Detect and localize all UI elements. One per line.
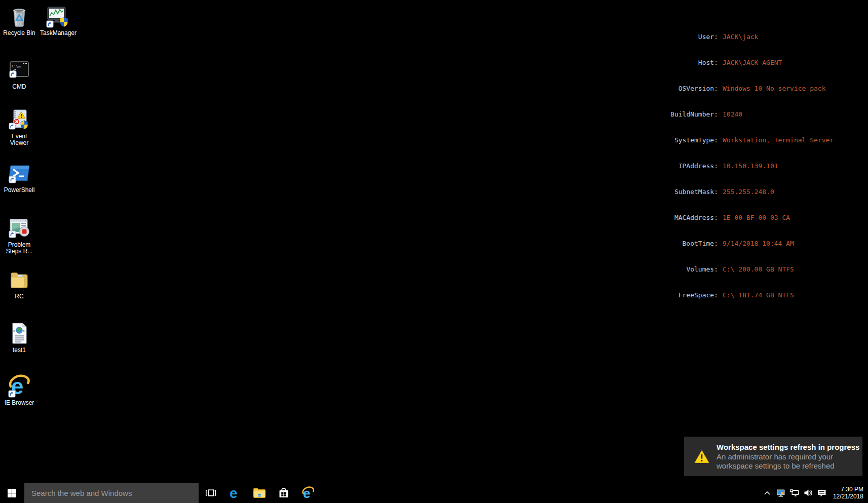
microsoft-edge-icon: e — [228, 486, 242, 500]
tray-volume[interactable] — [804, 488, 813, 497]
internet-explorer-button[interactable]: e — [296, 483, 320, 503]
sysinfo-row: FreeSpace:C:\ 181.74 GB NTFS — [651, 291, 834, 299]
recycle-bin-icon — [7, 4, 31, 28]
search-input[interactable] — [24, 483, 199, 503]
display-icon — [776, 489, 785, 497]
desktop-icon-steps-recorder[interactable]: Problem Steps R... — [0, 216, 39, 255]
sysinfo-row: Host:JACK\JACK-AGENT — [651, 58, 834, 67]
speaker-icon — [804, 489, 813, 497]
desktop-icon-label: test1 — [2, 347, 37, 354]
svg-text:C:\: C:\ — [12, 64, 18, 68]
sysinfo-row: Volumes:C:\ 200.00 GB NTFS — [651, 265, 834, 274]
desktop-icon-label: Recycle Bin — [2, 30, 37, 36]
system-info-overlay: User:JACK\jack Host:JACK\JACK-AGENT OSVe… — [651, 15, 834, 308]
store-button[interactable] — [272, 483, 296, 503]
task-manager-icon — [46, 4, 70, 28]
svg-text:<: < — [13, 329, 16, 333]
sysinfo-row: BuildNumber:10240 — [651, 110, 834, 119]
clock-date: 12/21/2018 — [831, 493, 863, 500]
notification-toast[interactable]: Workspace settings refresh in progress A… — [684, 437, 862, 476]
warning-icon — [694, 450, 709, 463]
desktop-icon-label: Problem Steps R... — [2, 242, 37, 255]
clock-time: 7:30 PM — [831, 486, 863, 493]
desktop-icon-label: TaskManager — [40, 30, 76, 36]
powershell-icon — [7, 161, 31, 185]
desktop-icon-label: RC — [2, 293, 37, 300]
task-view-icon — [205, 488, 216, 498]
svg-text:>: > — [23, 329, 25, 333]
start-button[interactable] — [0, 483, 23, 503]
desktop-icon-ie-browser[interactable]: e IE Browser — [0, 374, 39, 406]
toast-body: An administrator has required your works… — [716, 452, 862, 471]
tray-display-settings[interactable] — [776, 488, 785, 497]
svg-text:e: e — [230, 486, 238, 500]
chevron-up-icon — [764, 490, 771, 496]
taskbar-clock[interactable]: 7:30 PM 12/21/2018 — [831, 486, 863, 500]
sysinfo-row: BootTime:9/14/2018 10:44 AM — [651, 239, 834, 248]
file-explorer-button[interactable] — [247, 483, 272, 503]
html-document-icon: < > — [7, 321, 31, 345]
taskbar-search — [24, 483, 199, 503]
internet-explorer-icon: e — [301, 486, 315, 500]
sysinfo-row: MACAddress:1E-00-BF-00-03-CA — [651, 213, 834, 222]
sysinfo-row: SubnetMask:255.255.248.0 — [651, 187, 834, 196]
task-view-button[interactable] — [199, 483, 223, 503]
toast-title: Workspace settings refresh in progress — [716, 443, 862, 451]
desktop-icon-taskmanager[interactable]: TaskManager — [39, 4, 77, 36]
cmd-icon: C:\ — [7, 58, 31, 82]
sysinfo-row: User:JACK\jack — [651, 32, 834, 41]
desktop-icon-rc-folder[interactable]: RC — [0, 267, 39, 300]
desktop-icon-label: CMD — [2, 84, 37, 90]
file-explorer-icon — [253, 487, 266, 498]
desktop-icon-event-viewer[interactable]: Event Viewer — [0, 107, 39, 146]
sysinfo-row: IPAddress:10.150.139.101 — [651, 162, 834, 170]
sysinfo-row: OSVersion:Windows 10 No service pack — [651, 84, 834, 93]
desktop-icon-label: Event Viewer — [2, 133, 37, 146]
tray-action-center[interactable] — [817, 488, 826, 497]
windows-desktop: { "desktop": { "icons": [ { "label": "Re… — [0, 0, 868, 503]
taskbar: e e — [0, 483, 868, 503]
action-center-icon — [817, 489, 826, 497]
desktop-icon-test1[interactable]: < > test1 — [0, 321, 39, 354]
desktop-icon-label: PowerShell — [2, 187, 37, 194]
hidden-icons-chevron[interactable] — [763, 488, 772, 497]
desktop-icon-label: IE Browser — [2, 400, 37, 406]
desktop-icon-cmd[interactable]: C:\ CMD — [0, 58, 39, 90]
steps-recorder-icon — [7, 216, 31, 240]
folder-icon — [7, 267, 31, 292]
windows-logo-icon — [8, 489, 16, 497]
edge-button[interactable]: e — [223, 483, 247, 503]
event-viewer-icon — [7, 107, 31, 132]
sysinfo-row: SystemType:Workstation, Terminal Server — [651, 136, 834, 144]
internet-explorer-icon: e — [7, 374, 31, 398]
windows-store-icon — [278, 487, 290, 499]
tray-network[interactable] — [790, 488, 799, 497]
desktop-icon-powershell[interactable]: PowerShell — [0, 161, 39, 194]
system-tray: 7:30 PM 12/21/2018 — [763, 483, 868, 503]
desktop-icon-recycle-bin[interactable]: Recycle Bin — [0, 4, 39, 36]
network-icon — [790, 489, 799, 497]
